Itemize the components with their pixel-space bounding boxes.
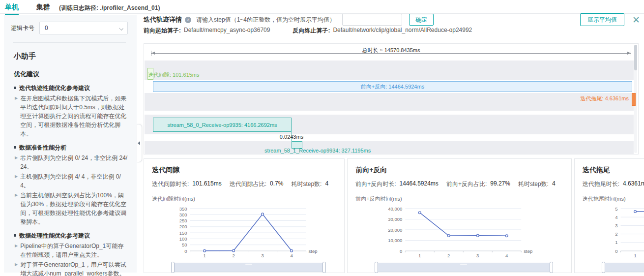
iteration-tail-line-chart[interactable]: 0123451234step — [583, 204, 644, 262]
chevron-down-icon — [119, 26, 123, 31]
logic-card-select[interactable]: 0 — [39, 22, 128, 34]
card-title: 迭代拖尾 — [583, 166, 644, 175]
svg-text:0: 0 — [184, 248, 187, 254]
datazoom-slider[interactable] — [603, 263, 644, 272]
datazoom-slider[interactable] — [376, 263, 552, 272]
training-log-path: (训练日志路径: ./profiler_Ascend_01) — [59, 3, 160, 12]
square-bullet-icon — [14, 87, 16, 89]
svg-text:5: 5 — [615, 206, 617, 212]
card-stats: 前向+反向时长:14464.5924ms 前向+反向占比:99.27% 耗时st… — [355, 180, 563, 188]
stream-gap-label: 0.0243ms — [269, 134, 314, 140]
iteration-tail-bar[interactable] — [632, 93, 636, 106]
info-icon[interactable]: i — [185, 17, 191, 23]
svg-text:4: 4 — [290, 253, 293, 258]
card-stats: 迭代间隙时长:101.615ms 迭代间隙占比:0.7% 耗时step数:4 — [152, 180, 336, 188]
section-title: 迭代轨迹性能优化参考建议 — [19, 84, 90, 92]
datazoom-grip — [460, 264, 467, 265]
svg-text:2: 2 — [232, 253, 234, 258]
datazoom-right-handle[interactable] — [322, 262, 326, 273]
timeline-stripe — [145, 141, 634, 154]
logic-card-label: 逻辑卡号 — [11, 24, 34, 32]
confirm-button[interactable]: 确定 — [409, 14, 434, 26]
svg-text:4: 4 — [615, 215, 617, 220]
suggestion-section: 数据准备性能分析 ▶芯片侧队列为空比例 0/ 24，非空比例 24/ 24。 ▶… — [11, 143, 128, 226]
triangle-bullet-icon: ▶ — [15, 155, 18, 161]
tab-cluster[interactable]: 集群 — [36, 3, 50, 14]
svg-text:50: 50 — [182, 242, 187, 247]
step-input[interactable] — [342, 14, 402, 26]
svg-text:1: 1 — [615, 240, 617, 245]
assistant-title: 小助手 — [14, 52, 128, 61]
svg-text:3: 3 — [476, 253, 479, 258]
forward-backward-line-chart[interactable]: 010,00020,00030,00040,0001234step — [355, 204, 563, 262]
forward-backward-bar[interactable]: 前向+反向: 14464.5924ms — [153, 81, 632, 92]
detail-title: 迭代轨迹详情 — [144, 15, 182, 24]
section-title: 数据处理性能优化参考建议 — [19, 231, 90, 240]
svg-text:40,000: 40,000 — [388, 206, 402, 212]
top-tab-bar: 单机 集群 (训练日志路径: ./profiler_Ascend_01) — [0, 0, 644, 14]
svg-text:step: step — [309, 248, 318, 254]
sidebar-collapse-handle[interactable] — [137, 124, 142, 162]
svg-text:100: 100 — [179, 236, 187, 242]
svg-text:250: 250 — [179, 218, 187, 223]
suggestion-item: ▶芯片侧队列为空比例 0/ 24，非空比例 24/ 24。 — [15, 153, 128, 171]
chart-axis-name: 迭代拖尾时间(ms) — [583, 195, 644, 203]
suggestion-item: ▶主机侧队列为空比例 4/ 4，非空比例 0/ 4。 — [15, 172, 128, 190]
collapse-arrow-icon — [138, 141, 140, 145]
chart-axis-name: 前向+反向时间(ms) — [355, 195, 563, 203]
datazoom-right-handle[interactable] — [550, 262, 553, 273]
datazoom-left-handle[interactable] — [602, 262, 605, 273]
datazoom-grip — [245, 264, 252, 265]
timeline-stripe — [145, 93, 634, 111]
triangle-bullet-icon: ▶ — [15, 174, 18, 180]
svg-text:350: 350 — [179, 206, 187, 212]
tab-standalone[interactable]: 单机 — [5, 3, 19, 15]
iteration-gap-label: 迭代间隙: 101.615ms — [148, 71, 200, 79]
svg-text:4: 4 — [505, 253, 508, 258]
datazoom-left-handle[interactable] — [375, 262, 378, 273]
suggestion-item: ▶当前主机侧队列空队列占比为100%，阈值为30%，数据处理阶段可能存在优化空间… — [15, 191, 128, 226]
svg-text:step: step — [524, 248, 532, 254]
detail-header: 迭代轨迹详情 i 请输入step值（1~4的正整数，值为空时展示平均值） 确定 … — [144, 13, 640, 27]
triangle-bullet-icon: ▶ — [15, 192, 18, 198]
suggestion-item: ▶在开启图模式和数据集下沉模式后，如果平均迭代间隙时间大于0.5ms，则数据处理… — [15, 94, 128, 138]
square-bullet-icon — [14, 146, 16, 149]
card-stats: 迭代拖尾时长:4.6361ms 迭代拖尾占比:0.03% 耗时step数:4 — [583, 180, 644, 188]
show-average-button[interactable]: 展示平均值 — [580, 13, 624, 26]
svg-text:1: 1 — [634, 253, 636, 258]
svg-text:3: 3 — [615, 223, 617, 228]
fw-start-label: 前向起始算子: — [144, 27, 181, 35]
datazoom-slider[interactable] — [173, 263, 324, 272]
stream-58-1-label: stream_58_1_Receive-op9934: 327.1195ms — [264, 148, 371, 153]
card-title: 迭代间隙 — [152, 166, 336, 175]
trace-timeline-panel: 总时长 ≈ 14570.8435ms 迭代间隙: 101.615ms 前向+反向… — [144, 43, 639, 154]
suggestion-title: 优化建议 — [14, 70, 128, 79]
svg-text:1: 1 — [203, 253, 205, 258]
forward-backward-card: 前向+反向 前向+反向时长:14464.5924ms 前向+反向占比:99.27… — [347, 158, 572, 273]
bw-end-value: Default/network/clip/global_norm/AllRedu… — [333, 27, 472, 35]
svg-text:10,000: 10,000 — [388, 238, 402, 243]
svg-text:200: 200 — [179, 224, 187, 229]
svg-text:30,000: 30,000 — [388, 216, 402, 222]
stream-58-0-bar[interactable]: stream_58_0_Receive-op9935: 4166.2692ms — [153, 118, 292, 132]
close-icon[interactable]: ✕ — [632, 15, 640, 25]
chart-axis-name: 迭代间隙时间(ms) — [152, 195, 336, 203]
assistant-sidebar: 逻辑卡号 0 小助手 优化建议 迭代轨迹性能优化参考建议 ▶在开启图模式和数据集… — [4, 15, 137, 273]
square-bullet-icon — [14, 234, 16, 237]
triangle-bullet-icon: ▶ — [15, 243, 18, 249]
timeline-stripe — [145, 61, 634, 80]
iteration-tail-card: 迭代拖尾 迭代拖尾时长:4.6361ms 迭代拖尾占比:0.03% 耗时step… — [574, 158, 644, 273]
iteration-gap-line-chart[interactable]: 0501001502002503003501234step — [152, 204, 336, 262]
datazoom-left-handle[interactable] — [171, 262, 175, 273]
svg-text:2: 2 — [615, 231, 617, 237]
svg-text:3: 3 — [261, 253, 263, 258]
svg-text:2: 2 — [447, 253, 450, 258]
metric-cards: 迭代间隙 迭代间隙时长:101.615ms 迭代间隙占比:0.7% 耗时step… — [144, 158, 643, 273]
svg-text:0: 0 — [400, 248, 402, 254]
fw-start-value: Default/memcpy_async-op36709 — [184, 27, 270, 35]
bw-end-label: 反向终止算子: — [293, 27, 330, 35]
suggestion-item: ▶对于算子GeneratorOp_1，用户可以尝试增大或减小num_parall… — [15, 260, 128, 276]
svg-text:1: 1 — [418, 253, 421, 258]
section-title: 数据准备性能分析 — [19, 143, 66, 152]
iteration-tail-label: 迭代拖尾: 4.6361ms — [581, 95, 629, 102]
